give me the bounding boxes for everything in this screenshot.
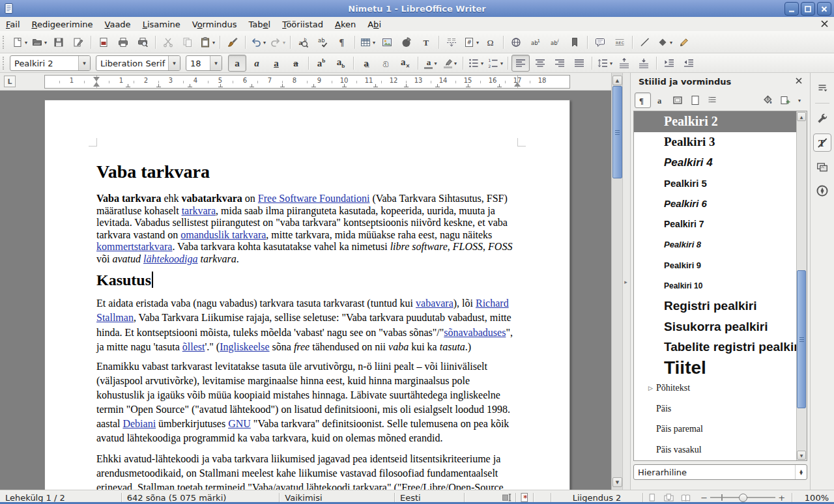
underline-button[interactable]: a xyxy=(267,55,285,72)
outline-button[interactable]: a xyxy=(377,55,395,72)
scroll-down-icon[interactable]: ▼ xyxy=(612,477,622,487)
line-button[interactable] xyxy=(636,34,654,51)
titlebar[interactable]: Nimetu 1 - LibreOffice Writer xyxy=(0,0,834,18)
spacing-increase-button[interactable] xyxy=(615,55,633,72)
align-right-button[interactable] xyxy=(551,55,569,72)
gallery-icon[interactable] xyxy=(813,158,831,176)
basic-shapes-button[interactable]: ▾ xyxy=(655,34,674,51)
document-page[interactable]: Vaba tarkvara Vaba tarkvara ehk vabatark… xyxy=(44,100,570,490)
zoom-out-icon[interactable]: − xyxy=(698,493,710,503)
menu-vormindus[interactable]: Vormindus xyxy=(186,18,243,31)
chevron-down-icon[interactable]: ▾ xyxy=(168,56,180,70)
save-button[interactable] xyxy=(50,34,68,51)
scrollbar-thumb[interactable] xyxy=(797,270,806,408)
menu-redigeerimine[interactable]: Redigeerimine xyxy=(26,18,99,31)
endnote-button[interactable]: abi xyxy=(546,34,564,51)
status-outline-level[interactable]: Liigendus 2 xyxy=(551,493,643,503)
character-styles-icon[interactable]: a xyxy=(652,92,669,108)
chevron-down-icon[interactable]: ▾ xyxy=(481,61,483,66)
chevron-down-icon[interactable]: ▾ xyxy=(610,61,612,66)
style-item-p-is-paremal[interactable]: Päis paremal xyxy=(634,419,807,440)
undo-button[interactable]: ▾ xyxy=(249,34,267,51)
new-style-from-selection-icon[interactable] xyxy=(777,92,793,108)
doc-link[interactable]: Ingliskeelse xyxy=(220,341,269,352)
hyperlink-button[interactable] xyxy=(507,34,525,51)
line-spacing-button[interactable]: ▾ xyxy=(596,55,614,72)
scroll-down-icon[interactable]: ▼ xyxy=(797,451,806,460)
spinner-icons[interactable]: ▲▼ xyxy=(795,465,807,479)
fill-format-mode-icon[interactable] xyxy=(759,92,775,108)
find-replace-button[interactable]: ab xyxy=(294,34,312,51)
style-list-scrollbar[interactable]: ▲ ▼ xyxy=(796,111,807,460)
navigator-icon[interactable] xyxy=(813,182,831,200)
insert-image-button[interactable] xyxy=(378,34,396,51)
paragraph-style-combobox[interactable]: Pealkiri 2 ▾ xyxy=(10,55,91,71)
chevron-down-icon[interactable]: ▾ xyxy=(78,56,90,70)
open-button[interactable]: ▾ xyxy=(30,34,48,51)
frame-styles-icon[interactable] xyxy=(670,92,686,108)
doc-link[interactable]: GNU xyxy=(228,418,251,429)
scroll-up-icon[interactable]: ▲ xyxy=(612,76,622,85)
style-item-p-is[interactable]: Päis xyxy=(634,399,807,419)
footnote-button[interactable]: ab1 xyxy=(526,34,545,51)
font-name-combobox[interactable]: Liberation Serif ▾ xyxy=(96,55,180,71)
style-item-pealkiri-8[interactable]: Pealkiri 8 xyxy=(634,234,807,255)
scrollbar-thumb[interactable] xyxy=(612,86,622,178)
track-changes-button[interactable]: REC xyxy=(611,34,629,51)
zoom-track[interactable] xyxy=(710,497,775,498)
document-scrollbar[interactable]: ▲ ▼ xyxy=(611,73,622,490)
chevron-down-icon[interactable]: ▾ xyxy=(44,40,47,46)
italic-button[interactable]: a xyxy=(248,55,266,72)
style-item-pealkiri-4[interactable]: Pealkiri 4 xyxy=(634,152,807,173)
maximize-button[interactable] xyxy=(801,2,815,16)
menu-abi[interactable]: Abi xyxy=(362,18,387,31)
doc-link[interactable]: omanduslik tarkvara xyxy=(180,229,266,240)
page-styles-icon[interactable] xyxy=(687,92,704,108)
style-item-registri-pealkiri[interactable]: Registri pealkiri xyxy=(634,296,807,317)
style-item-tiitel[interactable]: Tiitel xyxy=(634,357,807,378)
chevron-down-icon[interactable]: ▾ xyxy=(283,40,285,46)
chevron-down-icon[interactable]: ▾ xyxy=(212,40,215,46)
comment-button[interactable] xyxy=(591,34,609,51)
toolbar-grip[interactable] xyxy=(3,36,7,49)
style-item-pealkiri-9[interactable]: Pealkiri 9 xyxy=(634,255,807,276)
status-zoom-percent[interactable]: 100% xyxy=(792,493,834,503)
left-indent-marker[interactable] xyxy=(93,82,100,87)
style-item-pealkiri-7[interactable]: Pealkiri 7 xyxy=(634,214,807,235)
highlight-color-button[interactable]: ▾ xyxy=(441,55,459,72)
formatting-marks-button[interactable]: ¶ xyxy=(333,34,351,51)
style-item-pealkiri-2[interactable]: Pealkiri 2 xyxy=(634,111,807,132)
doc-link[interactable]: tarkvara xyxy=(182,205,216,216)
menu-fail[interactable]: Fail xyxy=(0,18,26,31)
style-item-pealkiri-10[interactable]: Pealkiri 10 xyxy=(634,275,807,296)
view-single-page-icon[interactable] xyxy=(643,492,660,503)
scroll-up-icon[interactable]: ▲ xyxy=(797,112,806,121)
page-break-button[interactable] xyxy=(442,34,461,51)
view-multi-page-icon[interactable] xyxy=(660,492,677,503)
chevron-down-icon[interactable]: ▾ xyxy=(454,61,457,66)
chevron-down-icon[interactable]: ▾ xyxy=(263,40,266,46)
doc-link[interactable]: Debiani xyxy=(122,418,156,429)
list-styles-icon[interactable] xyxy=(705,92,721,108)
menu-lisamine[interactable]: Lisamine xyxy=(137,18,186,31)
spacing-decrease-button[interactable] xyxy=(635,55,653,72)
special-character-button[interactable]: Ω xyxy=(482,34,500,51)
new-document-button[interactable]: ▾ xyxy=(10,34,29,51)
font-color-button[interactable]: a▾ xyxy=(422,55,440,72)
doc-link[interactable]: kommertstarkvara xyxy=(96,241,172,252)
chevron-down-icon[interactable]: ▾ xyxy=(25,40,27,46)
menu-vaade[interactable]: Vaade xyxy=(99,18,137,31)
copy-button[interactable] xyxy=(179,34,197,51)
print-preview-button[interactable] xyxy=(134,34,152,51)
status-page-style[interactable]: Vaikimisi xyxy=(280,493,394,503)
insert-table-button[interactable]: ▾ xyxy=(358,34,377,51)
indent-decrease-button[interactable] xyxy=(680,55,698,72)
chevron-down-icon[interactable]: ▾ xyxy=(476,40,479,46)
toolbar-grip[interactable] xyxy=(3,57,7,70)
styles-and-formatting-tab-icon[interactable]: T xyxy=(813,133,831,152)
paragraph-styles-icon[interactable]: ¶ xyxy=(635,92,651,108)
zoom-in-icon[interactable]: + xyxy=(775,493,788,503)
align-center-button[interactable] xyxy=(531,55,549,72)
style-item-pealkiri-6[interactable]: Pealkiri 6 xyxy=(634,193,807,214)
doc-link[interactable]: vabavara xyxy=(416,298,453,309)
